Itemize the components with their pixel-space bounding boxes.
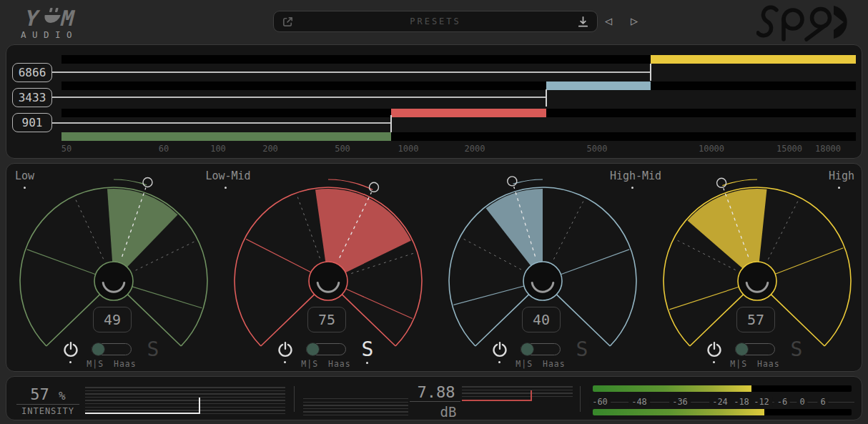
crossover-line <box>52 97 546 98</box>
meter-scale-label: -60 <box>589 397 611 407</box>
intensity-divider <box>16 404 79 405</box>
width-slider-negative[interactable] <box>303 398 408 415</box>
dial-group-low-mid: 75 M|S Haas S <box>221 164 435 373</box>
meter-scale-label: -12 <box>751 397 772 407</box>
solo-button[interactable]: S <box>786 340 807 360</box>
ms-haas-label: M|S Haas <box>498 359 583 369</box>
intensity-label: INTENSITY <box>14 406 82 416</box>
solo-button[interactable]: S <box>571 340 593 360</box>
freq-axis-label: 10000 <box>699 144 724 154</box>
freq-axis-label: 200 <box>262 144 278 154</box>
output-meter-left <box>593 385 852 392</box>
power-icon[interactable] <box>62 341 79 358</box>
freq-axis-label: 2000 <box>465 144 485 154</box>
intensity-number: 57 <box>30 385 49 403</box>
ms-haas-label: M|S Haas <box>69 359 154 369</box>
meter-scale-label: -6 <box>774 397 790 407</box>
svg-text:M: M <box>58 6 77 30</box>
crossover-handle[interactable] <box>650 64 651 81</box>
spread-value: 49 <box>104 311 121 328</box>
meter-scale-label: -48 <box>628 397 650 407</box>
header-bar: Y M AUDIO PRESETS ◁ ▷ <box>0 0 868 44</box>
footer-bar: 57 % INTENSITY 7.88 dB -60-48-36-24-18-1… <box>6 376 862 420</box>
next-preset-button[interactable]: ▷ <box>631 14 638 28</box>
output-meter-right <box>593 409 852 415</box>
crossover-freq-box[interactable]: 901 <box>12 113 52 132</box>
ms-haas-label: M|S Haas <box>712 359 798 369</box>
crossover-line <box>52 72 651 73</box>
footer-divider <box>294 386 295 412</box>
spread-value-box[interactable]: 75 <box>307 307 346 332</box>
crossover-freq-box[interactable]: 6866 <box>12 63 52 82</box>
meter-scale-label: 0 <box>797 397 807 407</box>
solo-button[interactable]: S <box>142 340 164 360</box>
freq-axis-label: 15000 <box>776 144 802 154</box>
crossover-freq-box[interactable]: 3433 <box>12 88 52 107</box>
ms-haas-toggle[interactable] <box>521 343 561 355</box>
spread-value-box[interactable]: 57 <box>736 307 775 332</box>
band-range-high <box>651 55 856 64</box>
toggle-knob[interactable] <box>92 342 105 356</box>
band-splitter-panel: 6866343390150601002005001000200050001000… <box>6 44 862 159</box>
ms-haas-toggle[interactable] <box>92 343 132 355</box>
width-db-marker[interactable] <box>531 390 532 400</box>
intensity-marker[interactable] <box>199 398 200 414</box>
dial-group-high: 57 M|S Haas S <box>650 164 864 373</box>
spread-value: 75 <box>318 311 335 328</box>
prev-preset-button[interactable]: ◁ <box>605 14 612 28</box>
crossover-line <box>52 122 391 124</box>
band-range-low <box>61 132 391 141</box>
intensity-slider[interactable] <box>85 387 285 415</box>
meter-scale-label: -18 <box>731 397 752 407</box>
toggle-knob[interactable] <box>306 342 320 356</box>
freq-axis-label: 50 <box>61 144 71 154</box>
spread-value-box[interactable]: 40 <box>522 307 561 332</box>
width-db-divider <box>410 401 460 402</box>
freq-axis-label: 18000 <box>815 144 841 154</box>
power-icon[interactable] <box>491 341 508 358</box>
freq-axis-label: 5000 <box>587 144 608 154</box>
crossover-handle[interactable] <box>390 115 392 132</box>
svg-text:Y: Y <box>22 6 41 30</box>
band-range-low-mid <box>391 109 546 117</box>
dial-group-high-mid: 40 M|S Haas S <box>435 164 650 373</box>
download-preset-icon[interactable] <box>576 15 590 29</box>
freq-axis-label: 1000 <box>398 144 419 154</box>
freq-axis-label: 60 <box>159 144 169 154</box>
intensity-unit: % <box>59 389 66 403</box>
toggle-knob[interactable] <box>735 342 749 356</box>
intensity-value: 57 % <box>16 385 79 403</box>
toggle-knob[interactable] <box>521 342 534 356</box>
dial-group-low: 49 M|S Haas S <box>6 164 221 373</box>
band-track <box>61 82 856 90</box>
solo-button[interactable]: S <box>357 340 378 360</box>
crossover-handle[interactable] <box>546 89 547 107</box>
power-icon[interactable] <box>277 341 294 358</box>
footer-divider <box>580 386 581 412</box>
solo-indicator-dot <box>366 362 368 364</box>
ms-haas-toggle[interactable] <box>735 343 775 355</box>
spread-dials-panel: Low Low-Mid High-Mid High 49 M|S Haas S … <box>6 163 862 372</box>
meter-scale-label: 6 <box>817 397 828 407</box>
ms-haas-toggle[interactable] <box>306 343 346 355</box>
spread-value: 57 <box>747 311 764 328</box>
meter-scale-label: -36 <box>669 397 691 407</box>
ms-haas-label: M|S Haas <box>283 359 369 369</box>
width-db-progress <box>462 400 532 401</box>
svg-text:AUDIO: AUDIO <box>21 29 78 40</box>
spread-value-box[interactable]: 49 <box>93 307 132 332</box>
meter-scale-label: -24 <box>709 397 731 407</box>
presets-label: PRESETS <box>274 16 597 26</box>
width-db-value: 7.88 <box>404 383 468 401</box>
width-slider-positive[interactable] <box>462 386 573 398</box>
width-db-unit: dB <box>430 404 467 420</box>
freq-axis-label: 100 <box>210 144 226 154</box>
intensity-progress <box>85 413 199 414</box>
spread-value: 40 <box>533 311 550 328</box>
power-icon[interactable] <box>706 341 723 358</box>
presets-menu[interactable]: PRESETS <box>273 11 598 32</box>
yum-audio-logo: Y M AUDIO <box>11 6 90 40</box>
freq-axis-label: 500 <box>335 144 350 154</box>
sprd-logo <box>756 3 864 41</box>
sprd-plugin-window: Y M AUDIO PRESETS ◁ ▷ <box>0 0 868 424</box>
